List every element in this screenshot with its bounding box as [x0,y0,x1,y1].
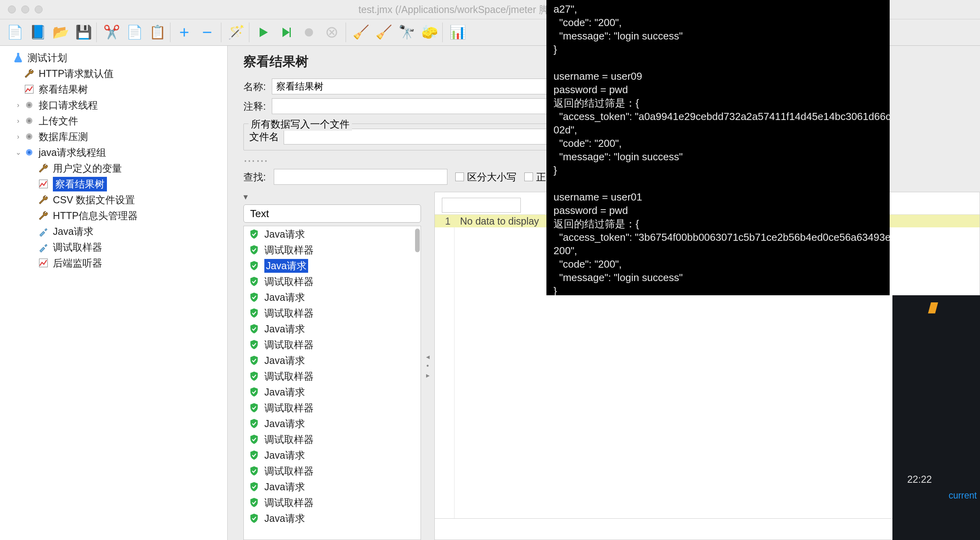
clock-time: 22:22 [907,474,932,485]
stop-icon[interactable] [299,22,319,42]
sample-result-item[interactable]: 调试取样器 [244,274,421,289]
tree-item[interactable]: ›数据库压测 [0,129,227,144]
sample-result-item[interactable]: 调试取样器 [244,337,421,352]
clear-all-icon[interactable]: 🧹 [373,22,393,42]
collapse-arrow-icon[interactable]: ▾ [243,192,421,202]
open-icon[interactable]: 📂 [50,22,69,42]
tree-item[interactable]: ⌄java请求线程组 [0,144,227,160]
sample-result-item[interactable]: Java请求 [244,321,421,337]
expander-icon[interactable]: ⌄ [13,148,23,157]
sample-result-item[interactable]: Java请求 [244,416,421,431]
tree-item-label: 后端监听器 [53,257,102,270]
sample-label: 调试取样器 [264,370,314,383]
copy-icon[interactable]: 📄 [123,22,143,42]
sample-result-item[interactable]: Java请求 [244,510,421,526]
line-text: No data to display [454,216,539,227]
sample-result-item[interactable]: 调试取样器 [244,368,421,384]
success-shield-icon [249,386,260,398]
tree-item[interactable]: 察看结果树 [0,176,227,192]
regex-checkbox[interactable]: 正 [524,171,546,184]
sample-label: 调试取样器 [264,338,314,351]
tree-item[interactable]: HTTP信息头管理器 [0,208,227,223]
tree-item[interactable]: ›接口请求线程 [0,97,227,113]
sample-result-item[interactable]: Java请求 [244,352,421,368]
shutdown-icon[interactable] [322,22,342,42]
tree-item[interactable]: 后端监听器 [0,255,227,271]
cut-icon[interactable]: ✂️ [101,22,120,42]
success-shield-icon [249,481,260,492]
sample-results-list[interactable]: Java请求调试取样器Java请求调试取样器Java请求调试取样器Java请求调… [243,226,421,540]
expander-icon[interactable]: › [13,133,23,141]
terminal-overlay[interactable]: a27", "code": "200", "message": "login s… [546,0,890,295]
sample-result-item[interactable]: 调试取样器 [244,431,421,447]
success-shield-icon [249,244,260,255]
success-shield-icon [249,402,260,413]
save-icon[interactable]: 💾 [73,22,92,42]
viewer-search-input[interactable] [442,198,521,213]
search-input[interactable] [274,169,447,185]
sample-result-item[interactable]: Java请求 [244,384,421,400]
tree-item[interactable]: ›上传文件 [0,113,227,129]
success-shield-icon [249,497,260,508]
function-helper-icon[interactable]: 📊 [447,22,466,42]
search-icon[interactable]: 🔭 [396,22,415,42]
sample-result-item[interactable]: Java请求 [244,479,421,495]
add-icon[interactable] [174,22,194,42]
comment-input[interactable] [272,98,556,114]
sample-result-item[interactable]: 调试取样器 [244,305,421,321]
sample-result-item[interactable]: Java请求 [244,258,421,274]
new-plan-icon[interactable]: 📄 [4,22,24,42]
sample-result-item[interactable]: 调试取样器 [244,242,421,258]
wrench-icon [37,162,50,174]
sample-result-item[interactable]: Java请求 [244,447,421,463]
tree-item[interactable]: 察看结果树 [0,81,227,97]
marker-icon [928,302,938,313]
remove-icon[interactable] [197,22,217,42]
success-shield-icon [249,513,260,524]
tree-item[interactable]: Java请求 [0,223,227,239]
tree-item-label: Java请求 [53,225,94,238]
paste-icon[interactable]: 📋 [146,22,166,42]
splitter-handle[interactable]: ◂•▸ [425,192,430,540]
sample-result-item[interactable]: Java请求 [244,226,421,242]
name-input[interactable] [272,79,556,94]
templates-icon[interactable]: 📘 [27,22,47,42]
expander-icon[interactable]: › [13,101,23,109]
fieldset-legend: 所有数据写入一个文件 [249,118,352,131]
renderer-select[interactable]: Text [243,204,421,223]
sample-label: Java请求 [264,354,305,367]
sample-label: 调试取样器 [264,401,314,414]
sample-result-item[interactable]: 调试取样器 [244,400,421,416]
tree-item-label: 察看结果树 [39,83,88,96]
name-label: 名称: [243,80,272,93]
tree-root[interactable]: 测试计划 [0,50,227,66]
reset-search-icon[interactable]: 🧽 [419,22,438,42]
file-output-fieldset: 所有数据写入一个文件 文件名 [243,124,559,150]
clear-icon[interactable]: 🧹 [350,22,370,42]
zoom-window-btn[interactable] [35,6,43,13]
scrollbar-thumb[interactable] [415,229,420,252]
close-window-btn[interactable] [8,6,16,13]
tree-item[interactable]: CSV 数据文件设置 [0,192,227,208]
wand-icon[interactable]: 🪄 [225,22,245,42]
chart-icon [23,83,36,96]
test-plan-tree[interactable]: 测试计划 HTTP请求默认值察看结果树›接口请求线程›上传文件›数据库压测⌄ja… [0,46,228,540]
sample-label: 调试取样器 [264,244,314,257]
sample-label: 调试取样器 [264,496,314,509]
tree-item[interactable]: 调试取样器 [0,239,227,255]
current-link[interactable]: current [948,490,977,501]
search-label: 查找: [243,171,266,184]
gear-icon [23,130,36,143]
run-icon[interactable] [253,22,273,42]
filename-input[interactable] [284,129,553,144]
minimize-window-btn[interactable] [21,6,29,13]
expander-icon[interactable]: › [13,117,23,125]
case-sensitive-checkbox[interactable]: 区分大小写 [455,171,516,184]
sample-result-item[interactable]: Java请求 [244,289,421,305]
run-no-timer-icon[interactable] [276,22,296,42]
tree-item[interactable]: HTTP请求默认值 [0,66,227,81]
tree-item[interactable]: 用户定义的变量 [0,160,227,176]
success-shield-icon [249,434,260,445]
sample-result-item[interactable]: 调试取样器 [244,495,421,510]
sample-result-item[interactable]: 调试取样器 [244,463,421,479]
